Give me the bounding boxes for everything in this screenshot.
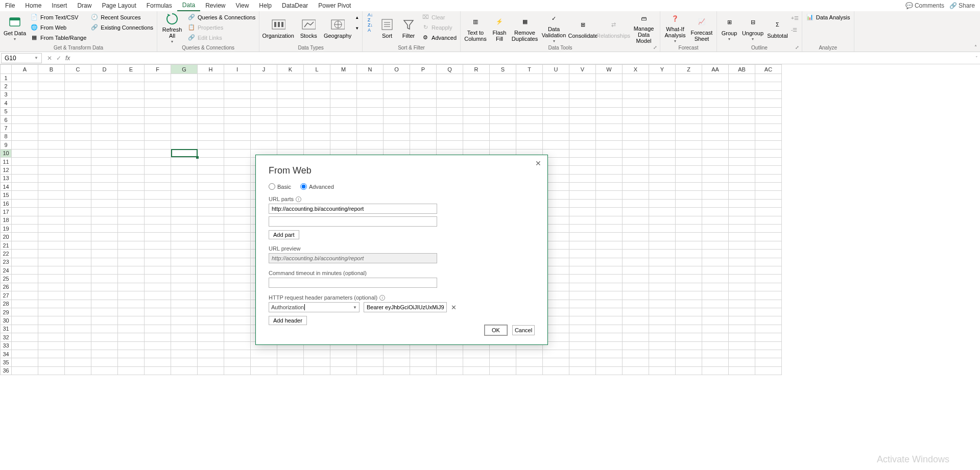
cell[interactable] [623,216,649,224]
cell[interactable] [357,124,384,132]
cell[interactable] [755,358,782,366]
cell[interactable] [490,132,516,140]
cell[interactable] [65,358,91,366]
tab-file[interactable]: File [0,1,20,11]
cell[interactable] [118,90,145,98]
cell[interactable] [357,115,384,123]
cell[interactable] [596,325,623,333]
cell[interactable] [755,208,782,216]
cell[interactable] [198,124,224,132]
cell[interactable] [437,366,463,375]
cancel-button[interactable]: Cancel [512,325,535,335]
cell[interactable] [171,191,198,199]
cell[interactable] [702,99,729,107]
cell[interactable] [410,366,437,375]
cell[interactable] [649,325,676,333]
cell[interactable] [304,74,330,82]
cell[interactable] [729,358,755,366]
cell[interactable] [729,300,755,308]
cell[interactable] [145,99,171,107]
row-header[interactable]: 25 [1,275,12,283]
info-icon[interactable]: i [379,295,385,301]
cell[interactable] [649,316,676,325]
cell[interactable] [145,366,171,375]
cell[interactable] [676,107,702,115]
cell[interactable] [596,132,623,140]
cell[interactable] [171,350,198,358]
cell[interactable] [118,149,145,157]
cell[interactable] [437,74,463,82]
cell[interactable] [224,124,251,132]
cell[interactable] [649,250,676,258]
cell[interactable] [543,115,569,123]
cell[interactable] [12,124,38,132]
cell[interactable] [198,291,224,300]
row-header[interactable]: 28 [1,300,12,308]
cell[interactable] [65,174,91,182]
cell[interactable] [91,316,118,325]
sort-az-button[interactable]: A↓Z [365,12,376,22]
cell[interactable] [91,325,118,333]
cell[interactable] [649,157,676,165]
cell[interactable] [224,216,251,224]
cell[interactable] [702,325,729,333]
cell[interactable] [224,199,251,207]
cell[interactable] [171,174,198,182]
cell[interactable] [649,90,676,98]
cell[interactable] [569,258,596,266]
cell[interactable] [38,141,65,149]
cell[interactable] [676,166,702,174]
outline-hide-button[interactable]: -☰ [791,27,799,33]
cell[interactable] [12,350,38,358]
cell[interactable] [755,99,782,107]
cell[interactable] [91,333,118,341]
cell[interactable] [65,291,91,300]
cell[interactable] [330,141,357,149]
sort-za-button[interactable]: Z↓A [365,22,376,32]
cell[interactable] [676,199,702,207]
cell[interactable] [224,149,251,157]
tab-power-pivot[interactable]: Power Pivot [313,1,356,11]
cell[interactable] [145,157,171,165]
cell[interactable] [755,350,782,358]
cell[interactable] [145,233,171,241]
cell[interactable] [569,132,596,140]
cell[interactable] [91,74,118,82]
column-header[interactable]: S [490,65,516,74]
cell[interactable] [91,191,118,199]
remove-header-button[interactable]: ✕ [451,304,457,311]
column-header[interactable]: R [463,65,490,74]
cell[interactable] [330,74,357,82]
row-header[interactable]: 3 [1,90,12,98]
cell[interactable] [702,291,729,300]
cell[interactable] [198,233,224,241]
cell[interactable] [569,366,596,375]
row-header[interactable]: 36 [1,366,12,375]
cell[interactable] [702,74,729,82]
row-header[interactable]: 35 [1,358,12,366]
cell[interactable] [224,358,251,366]
cell[interactable] [118,250,145,258]
cell[interactable] [65,216,91,224]
cell[interactable] [224,90,251,98]
geography-button[interactable]: Geography [322,12,353,44]
cell[interactable] [118,275,145,283]
cell[interactable] [12,107,38,115]
cell[interactable] [277,115,304,123]
cell[interactable] [357,132,384,140]
cell[interactable] [145,333,171,341]
cell[interactable] [224,225,251,233]
row-header[interactable]: 2 [1,82,12,90]
cell[interactable] [277,90,304,98]
cell[interactable] [437,82,463,90]
properties-button[interactable]: 📋Properties [186,22,257,32]
from-text-csv-button[interactable]: 📄From Text/CSV [29,12,88,22]
cell[interactable] [38,107,65,115]
cell[interactable] [463,82,490,90]
header-value-input[interactable] [364,302,447,312]
cell[interactable] [649,233,676,241]
cell[interactable] [596,316,623,325]
cell[interactable] [516,366,543,375]
datatype-down-button[interactable]: ▼ [355,26,359,31]
cell[interactable] [91,199,118,207]
